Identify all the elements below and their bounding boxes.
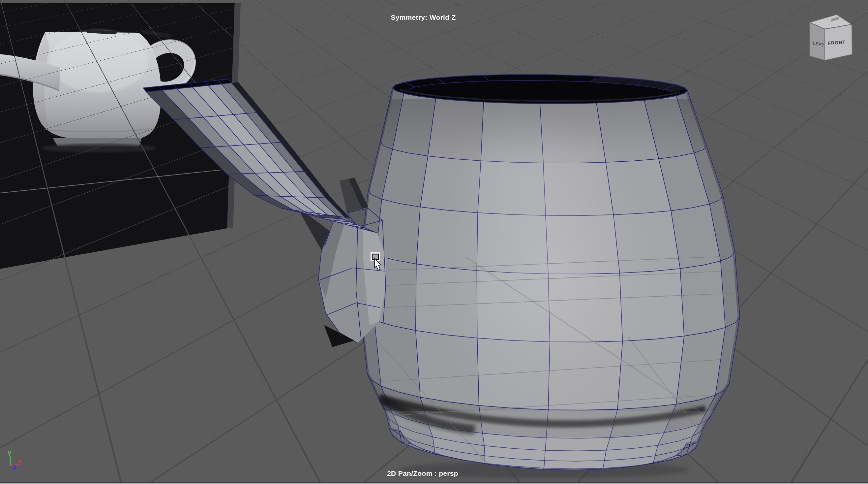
grid-axis-line (0, 169, 231, 193)
z-axis-label: z (13, 463, 17, 470)
y-axis-label: y (8, 449, 11, 456)
viewport-bottom-border (0, 482, 868, 484)
axis-gizmo: yxz (8, 449, 22, 470)
scene-meshes[interactable]: yxz (0, 0, 868, 484)
view-cube[interactable]: LEFT FRONT (809, 15, 852, 60)
viewport-3d[interactable]: yxz Symmetry: World Z 2D Pan/Zoom : pers… (0, 0, 868, 484)
teapot-spout[interactable] (144, 79, 377, 233)
x-axis-label: x (19, 457, 22, 464)
